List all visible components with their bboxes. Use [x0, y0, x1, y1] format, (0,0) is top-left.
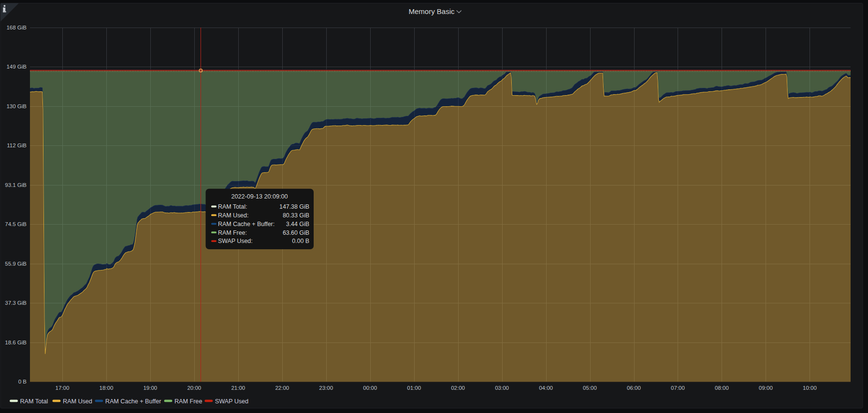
svg-text:149 GiB: 149 GiB	[6, 64, 27, 70]
svg-text:17:00: 17:00	[56, 385, 70, 391]
svg-text:22:00: 22:00	[275, 385, 289, 391]
svg-text:63.60 GiB: 63.60 GiB	[283, 229, 309, 236]
svg-text:20:00: 20:00	[187, 385, 201, 391]
svg-text:147.38 GiB: 147.38 GiB	[279, 203, 309, 210]
svg-text:0 B: 0 B	[18, 379, 27, 385]
svg-text:01:00: 01:00	[407, 385, 421, 391]
svg-text:RAM Total:: RAM Total:	[218, 203, 247, 210]
svg-text:04:00: 04:00	[539, 385, 553, 391]
svg-text:SWAP Used: SWAP Used	[215, 398, 248, 405]
svg-text:168 GiB: 168 GiB	[6, 25, 27, 30]
svg-text:74.5 GiB: 74.5 GiB	[5, 221, 27, 227]
svg-text:06:00: 06:00	[627, 385, 641, 391]
svg-text:09:00: 09:00	[759, 385, 773, 391]
svg-text:RAM Free:: RAM Free:	[218, 229, 247, 236]
svg-text:00:00: 00:00	[363, 385, 377, 391]
svg-text:05:00: 05:00	[583, 385, 597, 391]
svg-text:55.9 GiB: 55.9 GiB	[5, 261, 27, 267]
svg-text:RAM Total: RAM Total	[20, 398, 48, 405]
svg-text:03:00: 03:00	[495, 385, 509, 391]
svg-text:Memory Basic: Memory Basic	[408, 7, 455, 15]
svg-text:112 GiB: 112 GiB	[7, 142, 27, 148]
svg-text:130 GiB: 130 GiB	[6, 103, 27, 109]
svg-text:RAM Cache + Buffer:: RAM Cache + Buffer:	[218, 221, 275, 228]
svg-text:02:00: 02:00	[451, 385, 465, 391]
svg-text:08:00: 08:00	[715, 385, 729, 391]
svg-text:RAM Free: RAM Free	[174, 398, 202, 405]
svg-text:19:00: 19:00	[143, 385, 157, 391]
svg-text:21:00: 21:00	[231, 385, 245, 391]
svg-text:07:00: 07:00	[671, 385, 685, 391]
svg-text:2022-09-13 20:09:00: 2022-09-13 20:09:00	[231, 193, 288, 200]
svg-text:3.44 GiB: 3.44 GiB	[286, 221, 309, 228]
svg-text:23:00: 23:00	[319, 385, 333, 391]
svg-text:18.6 GiB: 18.6 GiB	[5, 340, 27, 345]
svg-text:10:00: 10:00	[803, 385, 817, 391]
svg-text:RAM Used: RAM Used	[63, 398, 92, 405]
svg-text:SWAP Used:: SWAP Used:	[218, 238, 253, 244]
svg-text:37.3 GiB: 37.3 GiB	[5, 300, 27, 306]
svg-text:RAM Cache + Buffer: RAM Cache + Buffer	[105, 398, 161, 405]
svg-text:RAM Used:: RAM Used:	[218, 212, 248, 219]
svg-text:0.00 B: 0.00 B	[292, 238, 309, 244]
svg-text:80.33 GiB: 80.33 GiB	[283, 212, 309, 219]
svg-text:93.1 GiB: 93.1 GiB	[5, 182, 27, 188]
svg-text:18:00: 18:00	[100, 385, 114, 391]
